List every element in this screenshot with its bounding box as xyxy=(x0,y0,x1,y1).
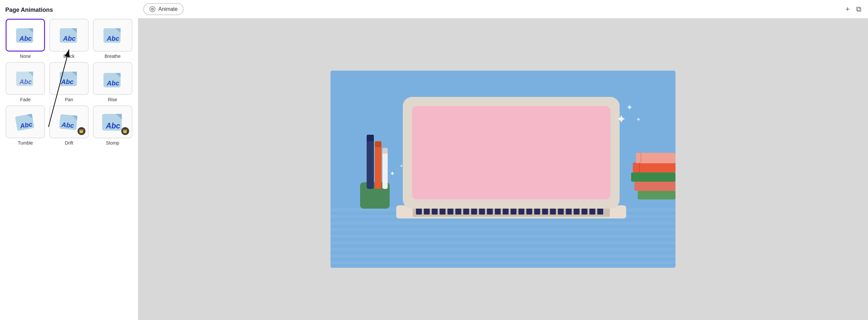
svg-rect-63 xyxy=(566,208,572,215)
svg-rect-69 xyxy=(412,106,611,199)
anim-label-rise: Rise xyxy=(108,97,117,102)
svg-rect-84 xyxy=(631,172,676,182)
svg-rect-62 xyxy=(558,208,564,215)
anim-label-none: None xyxy=(20,54,31,59)
svg-rect-67 xyxy=(597,208,603,215)
svg-point-31 xyxy=(152,8,153,9)
premium-badge-stomp: 👑 xyxy=(121,127,129,135)
svg-rect-58 xyxy=(526,208,532,215)
svg-rect-66 xyxy=(589,208,595,215)
svg-rect-79 xyxy=(382,148,388,154)
anim-thumb-drift[interactable]: Abc 👑 xyxy=(49,105,89,138)
anim-item-block[interactable]: Abc Block xyxy=(49,19,89,59)
anim-item-stomp[interactable]: Abc 👑 Stomp xyxy=(92,105,133,146)
anim-label-block: Block xyxy=(63,54,74,59)
anim-thumb-rise[interactable]: Abc xyxy=(93,62,132,95)
anim-item-drift[interactable]: Abc 👑 Drift xyxy=(49,105,89,146)
left-panel: Page Animations Abc None Abc B xyxy=(0,0,138,320)
svg-text:Abc: Abc xyxy=(63,35,75,42)
svg-rect-56 xyxy=(510,208,517,215)
svg-rect-45 xyxy=(424,208,430,215)
svg-text:✦: ✦ xyxy=(636,116,641,123)
anim-label-pan: Pan xyxy=(65,97,73,102)
top-toolbar: Animate + ⧉ xyxy=(138,0,868,19)
anim-thumb-breathe[interactable]: Abc xyxy=(93,19,132,52)
svg-rect-78 xyxy=(382,150,388,189)
svg-text:Abc: Abc xyxy=(61,121,74,129)
anim-item-breathe[interactable]: Abc Breathe xyxy=(92,19,133,59)
svg-rect-55 xyxy=(503,208,508,215)
svg-text:✦: ✦ xyxy=(616,113,626,126)
svg-rect-46 xyxy=(432,208,438,215)
anim-thumb-fade[interactable]: Abc xyxy=(6,62,45,95)
panel-title: Page Animations xyxy=(5,7,133,13)
svg-rect-37 xyxy=(331,235,676,237)
svg-rect-36 xyxy=(331,228,676,231)
anim-label-drift: Drift xyxy=(65,140,73,146)
canvas-illustration: ✦ ✦ ✦ ✦ ✦ xyxy=(331,71,676,268)
svg-rect-51 xyxy=(471,208,477,215)
anim-thumb-stomp[interactable]: Abc 👑 xyxy=(93,105,132,138)
anim-label-stomp: Stomp xyxy=(106,140,119,146)
svg-rect-60 xyxy=(542,208,548,215)
svg-text:Abc: Abc xyxy=(19,35,32,42)
svg-rect-86 xyxy=(638,191,676,199)
svg-rect-44 xyxy=(416,208,422,215)
svg-rect-64 xyxy=(574,208,580,215)
svg-rect-65 xyxy=(582,208,587,215)
svg-text:✦: ✦ xyxy=(390,170,395,177)
svg-rect-38 xyxy=(331,242,676,244)
anim-thumb-none[interactable]: Abc xyxy=(6,19,45,52)
svg-rect-57 xyxy=(519,208,524,215)
svg-text:✦: ✦ xyxy=(400,163,403,168)
svg-rect-61 xyxy=(550,208,556,215)
svg-rect-85 xyxy=(634,182,676,191)
svg-rect-59 xyxy=(534,208,540,215)
anim-item-tumble[interactable]: Abc Tumble xyxy=(5,105,46,146)
anim-item-none[interactable]: Abc None xyxy=(5,19,46,59)
anim-thumb-block[interactable]: Abc xyxy=(49,19,89,52)
svg-rect-47 xyxy=(440,208,445,215)
animate-button[interactable]: Animate xyxy=(143,3,184,15)
animate-icon xyxy=(149,6,156,12)
svg-rect-83 xyxy=(636,153,676,163)
svg-text:Abc: Abc xyxy=(105,122,120,130)
svg-text:✦: ✦ xyxy=(626,103,633,112)
svg-rect-49 xyxy=(455,208,461,215)
add-page-button[interactable]: + xyxy=(844,4,851,15)
animation-grid: Abc None Abc Block Abc xyxy=(5,19,133,146)
svg-rect-48 xyxy=(447,208,454,215)
right-panel: Animate + ⧉ xyxy=(138,0,868,320)
anim-item-pan[interactable]: Abc Pan xyxy=(49,62,89,102)
animate-label: Animate xyxy=(158,6,178,12)
svg-rect-52 xyxy=(479,208,485,215)
svg-rect-76 xyxy=(375,143,381,189)
anim-item-fade[interactable]: Abc Fade xyxy=(5,62,46,102)
svg-text:Abc: Abc xyxy=(19,78,32,86)
anim-thumb-tumble[interactable]: Abc xyxy=(6,105,45,138)
svg-rect-41 xyxy=(331,261,676,264)
svg-text:Abc: Abc xyxy=(61,78,73,86)
anim-item-rise[interactable]: Abc Rise xyxy=(92,62,133,102)
anim-label-fade: Fade xyxy=(20,97,31,102)
canvas-area: ✦ ✦ ✦ ✦ ✦ xyxy=(138,19,868,320)
anim-thumb-pan[interactable]: Abc xyxy=(49,62,89,95)
svg-rect-77 xyxy=(375,141,381,147)
svg-rect-39 xyxy=(331,248,676,251)
duplicate-button[interactable]: ⧉ xyxy=(855,4,863,15)
svg-rect-35 xyxy=(331,222,676,224)
canvas-content: ✦ ✦ ✦ ✦ ✦ xyxy=(331,71,676,268)
toolbar-right: + ⧉ xyxy=(844,4,863,15)
svg-text:Abc: Abc xyxy=(106,35,119,42)
svg-rect-50 xyxy=(463,208,469,215)
svg-rect-54 xyxy=(495,208,501,215)
premium-badge-drift: 👑 xyxy=(78,127,86,135)
anim-label-tumble: Tumble xyxy=(18,140,33,146)
svg-rect-53 xyxy=(487,208,493,215)
svg-rect-75 xyxy=(367,135,374,141)
svg-rect-74 xyxy=(367,136,374,189)
svg-rect-40 xyxy=(331,255,676,257)
anim-label-breathe: Breathe xyxy=(104,54,121,59)
svg-text:Abc: Abc xyxy=(106,79,119,87)
